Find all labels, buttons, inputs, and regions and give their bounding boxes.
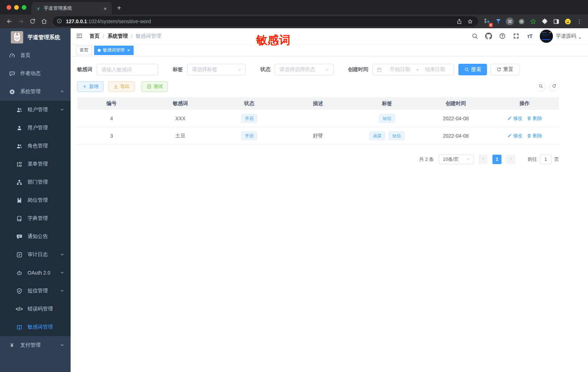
sidebar-item[interactable]: 审计日志 (0, 246, 71, 264)
side-panel-icon[interactable] (551, 17, 561, 26)
date-end-placeholder[interactable]: 结束日期 (420, 66, 450, 73)
sidebar-item[interactable]: 菜单管理 (0, 155, 71, 173)
tag-select[interactable]: 请选择标签 (187, 64, 246, 75)
sidebar-item[interactable]: 角色管理 (0, 137, 71, 155)
sidebar-item[interactable]: OAuth 2.0 (0, 264, 71, 282)
tag-tab[interactable]: 敏感词管理× (94, 46, 134, 55)
user-avatar[interactable] (540, 30, 553, 43)
sidebar-item-label: 部门管理 (28, 179, 65, 185)
goto-page-input[interactable] (540, 154, 551, 164)
back-icon[interactable] (4, 16, 14, 26)
sidebar-item[interactable]: </>错误码管理 (0, 300, 71, 318)
record-extension-icon[interactable] (517, 17, 526, 26)
breadcrumb-item: 敏感词管理 (136, 33, 161, 39)
favicon-leaf-icon (35, 5, 41, 11)
close-window-button[interactable] (7, 5, 11, 10)
sidebar-item[interactable]: 短信管理 (0, 282, 71, 300)
cell-tags: 蔬菜短信 (353, 127, 421, 145)
sidebar-item[interactable]: 字典管理 (0, 209, 71, 227)
close-icon[interactable]: × (127, 48, 130, 53)
sidebar-item[interactable]: 用户管理 (0, 119, 71, 137)
sidebar-item-label: 用户管理 (28, 125, 65, 131)
sidebar-item[interactable]: 租户管理 (0, 101, 71, 119)
sidebar-item[interactable]: 敏感词管理 (0, 318, 71, 336)
zoom-window-button[interactable] (22, 5, 26, 10)
sidebar-item[interactable]: 通知公告 (0, 227, 71, 246)
cell-created: 2022-04-08 (421, 110, 490, 127)
browser-menu-icon[interactable]: ⋮ (574, 18, 584, 25)
reload-icon[interactable] (28, 16, 38, 26)
sidebar-item[interactable]: 首页 (0, 46, 71, 64)
collapse-sidebar-icon[interactable] (76, 32, 84, 40)
profile-avatar-icon[interactable] (563, 17, 572, 26)
font-size-icon[interactable]: тT (525, 32, 534, 41)
cell-id: 4 (77, 110, 146, 127)
sidebar-item[interactable]: 系统管理 (0, 83, 71, 101)
top-navbar: 首页/系统管理/敏感词管理 тT 芋道源码 (71, 28, 588, 44)
dept-icon (16, 179, 22, 185)
red-annotation: 敏感词 (256, 33, 291, 48)
document-check-icon (147, 84, 152, 89)
funnel-extension-icon[interactable] (494, 17, 503, 26)
breadcrumb-item[interactable]: 首页 (89, 33, 100, 39)
tags-view: 首页敏感词管理× (71, 44, 588, 57)
export-button[interactable]: 导出 (108, 81, 135, 92)
keyword-input[interactable] (101, 67, 154, 72)
fullscreen-icon[interactable] (512, 32, 520, 41)
status-select[interactable]: 请选择启用状态 (275, 64, 333, 75)
prev-page-button[interactable] (479, 155, 488, 164)
search-form: 敏感词 标签 请选择标签 状态 (77, 64, 559, 75)
username[interactable]: 芋道源码 (556, 33, 576, 39)
sidebar-item[interactable]: ¥支付管理 (0, 336, 71, 354)
edit-button[interactable]: 修改 (507, 133, 522, 139)
page-size-select[interactable]: 10条/页 (439, 154, 474, 164)
minimize-window-button[interactable] (14, 5, 19, 10)
tab-close-icon[interactable]: × (102, 5, 108, 12)
navbar-actions: тT 芋道源码 (465, 30, 582, 43)
sidebar-item[interactable]: 作者动态 (0, 64, 71, 83)
sidebar-item[interactable]: 岗位管理 (0, 191, 71, 209)
column-header: 敏感词 (146, 97, 215, 110)
toggle-search-button[interactable] (536, 82, 546, 92)
table-body: 4XXX开启短信2022-04-08修改删除3土豆开启好呀蔬菜短信2022-04… (77, 110, 559, 145)
home-icon[interactable] (39, 16, 49, 26)
sidebar-item-label: 租户管理 (28, 106, 60, 113)
share-icon[interactable] (455, 17, 463, 26)
edit-button[interactable]: 修改 (507, 115, 522, 122)
search-button[interactable]: 搜索 (458, 64, 487, 75)
reset-button[interactable]: 重置 (491, 64, 519, 75)
tag-tab[interactable]: 首页 (76, 46, 92, 55)
sidebar-item-label: 短信管理 (28, 288, 60, 294)
address-bar[interactable]: 127.0.0.1 :1024/system/sensitive-word (53, 16, 478, 26)
date-range-picker[interactable]: 开始日期 - 结束日期 (373, 64, 454, 75)
column-header: 创建时间 (421, 97, 490, 110)
puzzle-extensions-icon[interactable] (540, 17, 549, 26)
refresh-table-button[interactable] (549, 82, 559, 92)
command-extension-icon[interactable]: ⌘ (505, 17, 514, 26)
help-icon[interactable] (498, 32, 507, 41)
page-1-button[interactable]: 1 (492, 155, 501, 164)
grid-extension-icon[interactable]: 9 (482, 17, 491, 26)
test-button[interactable]: 测试 (142, 81, 168, 92)
bookmark-star-icon[interactable] (466, 17, 474, 26)
breadcrumb-item[interactable]: 系统管理 (108, 33, 128, 39)
app-logo[interactable]: 芋道管理系统 (0, 28, 71, 46)
add-button[interactable]: 新增 (77, 81, 104, 92)
cell-created: 2022-04-08 (421, 127, 490, 145)
chevron-down-icon[interactable] (578, 35, 582, 39)
gear-icon (9, 88, 15, 95)
new-tab-button[interactable]: + (112, 4, 126, 14)
refresh-icon (496, 67, 501, 72)
forward-icon[interactable] (16, 16, 26, 26)
github-icon[interactable] (484, 32, 493, 41)
site-info-icon[interactable] (56, 18, 63, 25)
breadcrumb-separator: / (131, 33, 133, 39)
delete-button[interactable]: 删除 (527, 133, 542, 139)
next-page-button[interactable] (506, 155, 515, 164)
date-start-placeholder[interactable]: 开始日期 (385, 66, 415, 73)
search-icon[interactable] (470, 32, 479, 41)
star-extension-icon[interactable] (528, 17, 538, 26)
browser-tab[interactable]: 芋道管理系统 × (32, 2, 112, 14)
delete-button[interactable]: 删除 (527, 115, 542, 122)
sidebar-item[interactable]: 部门管理 (0, 173, 71, 191)
